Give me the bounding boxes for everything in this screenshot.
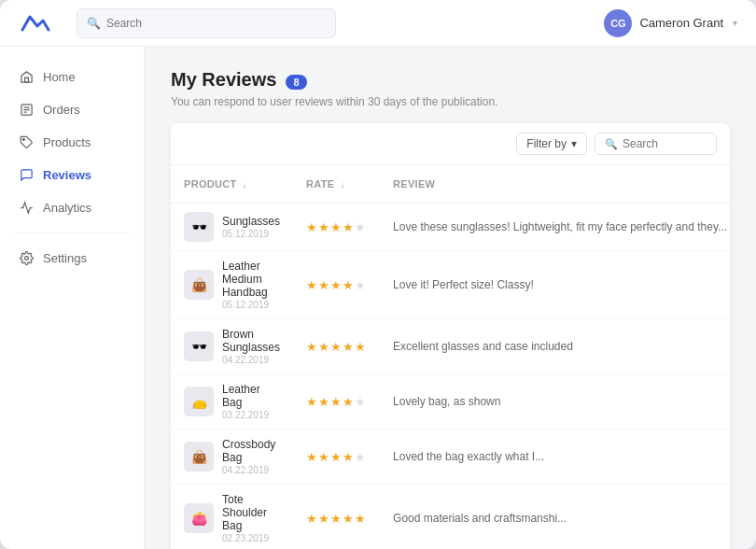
- star: ★: [318, 512, 330, 526]
- sidebar-item-home[interactable]: Home: [0, 62, 144, 92]
- tag-icon: [19, 135, 34, 149]
- logo: [19, 9, 52, 37]
- review-cell: Loved the bag exactly what I...: [380, 429, 730, 485]
- svg-point-6: [24, 257, 28, 260]
- product-thumbnail: 🕶️: [184, 212, 214, 242]
- star: ★: [318, 278, 330, 292]
- star: ★: [355, 450, 367, 464]
- filter-button[interactable]: Filter by ▾: [516, 133, 587, 155]
- star: ★: [306, 220, 318, 234]
- star: ★: [343, 395, 355, 409]
- sidebar-item-products[interactable]: Products: [0, 127, 144, 158]
- product-name: Crossbody Bag: [222, 438, 280, 464]
- star: ★: [318, 450, 330, 464]
- product-date: 05.12.2019: [222, 229, 280, 239]
- star: ★: [343, 450, 355, 464]
- search-icon: 🔍: [87, 17, 101, 30]
- table-row: 👜 Leather Medium Handbag 05.12.2019 ★★★★…: [171, 251, 730, 319]
- star: ★: [330, 450, 343, 464]
- star: ★: [306, 450, 318, 464]
- user-name: Cameron Grant: [639, 16, 723, 30]
- product-thumbnail: 👛: [184, 503, 214, 533]
- star: ★: [306, 278, 318, 292]
- rating-cell: ★★★★★: [293, 374, 380, 429]
- rating-cell: ★★★★★: [293, 319, 380, 374]
- review-cell: Excellent glasses and case included: [380, 319, 730, 374]
- star: ★: [306, 340, 318, 354]
- rating-cell: ★★★★★: [293, 485, 380, 550]
- review-text: Lovely bag, as shown: [393, 395, 500, 408]
- sidebar-label-orders: Orders: [43, 103, 80, 117]
- product-name: Leather Bag: [222, 383, 280, 409]
- star: ★: [330, 395, 343, 409]
- star: ★: [355, 395, 367, 409]
- review-text: Good materials and craftsmanshi...: [393, 512, 567, 525]
- svg-point-5: [22, 138, 24, 140]
- table-search-input[interactable]: [623, 137, 707, 150]
- sidebar-item-settings[interactable]: Settings: [0, 243, 144, 274]
- review-cell: Lovely bag, as shown: [380, 374, 730, 429]
- review-text: Love these sunglasses! Lightweight, fit …: [393, 220, 727, 233]
- product-cell: 👜 Crossbody Bag 04.22.2019: [171, 429, 293, 485]
- product-date: 04.22.2019: [222, 355, 280, 365]
- product-date: 04.22.2019: [222, 465, 280, 475]
- sort-icon: ↓: [341, 180, 345, 190]
- product-thumbnail: 👜: [184, 270, 214, 300]
- rating-cell: ★★★★★: [293, 251, 380, 319]
- col-review: REVIEW: [380, 165, 730, 204]
- star: ★: [318, 340, 330, 354]
- chevron-down-icon: ▾: [571, 137, 577, 150]
- page-title: My Reviews: [171, 69, 276, 91]
- star-rating: ★★★★★: [306, 512, 367, 526]
- review-text: Love it! Perfect size! Classy!: [393, 278, 534, 291]
- star: ★: [318, 395, 330, 409]
- product-date: 05.12.2019: [222, 300, 280, 310]
- star: ★: [343, 278, 355, 292]
- main-content: My Reviews 8 You can respond to user rev…: [145, 47, 756, 549]
- sidebar-divider: [15, 232, 129, 233]
- star-rating: ★★★★★: [306, 278, 367, 292]
- search-bar[interactable]: 🔍: [77, 8, 336, 38]
- star: ★: [306, 512, 318, 526]
- rating-cell: ★★★★★: [293, 204, 380, 251]
- review-text: Excellent glasses and case included: [393, 340, 573, 353]
- product-thumbnail: 👜: [184, 442, 214, 472]
- star: ★: [355, 278, 367, 292]
- product-cell: 🕶️ Sunglasses 05.12.2019: [171, 204, 293, 251]
- product-thumbnail: 🕶️: [184, 331, 214, 361]
- sidebar-item-analytics[interactable]: Analytics: [0, 192, 144, 223]
- sidebar-item-reviews[interactable]: Reviews: [0, 160, 144, 190]
- product-name: Leather Medium Handbag: [222, 260, 280, 299]
- orders-icon: [19, 103, 34, 117]
- star-rating: ★★★★★: [306, 220, 367, 234]
- home-icon: [19, 70, 34, 84]
- sidebar-label-products: Products: [43, 135, 91, 149]
- star: ★: [343, 340, 355, 354]
- sidebar-label-analytics: Analytics: [43, 201, 91, 215]
- reviews-table-container: Filter by ▾ 🔍 PRODUCT ↓ RATE ↓ REVIEW: [171, 123, 730, 549]
- product-date: 03.22.2019: [222, 410, 280, 420]
- product-name: Sunglasses: [222, 215, 280, 228]
- chevron-down-icon: ▾: [733, 18, 737, 28]
- review-text: Loved the bag exactly what I...: [393, 450, 544, 463]
- product-date: 02.23.2019: [222, 533, 280, 543]
- star: ★: [306, 395, 318, 409]
- sidebar-label-settings: Settings: [43, 251, 87, 265]
- table-row: 🕶️ Sunglasses 05.12.2019 ★★★★★ Love thes…: [171, 204, 730, 251]
- search-input[interactable]: [106, 17, 326, 30]
- user-menu[interactable]: CG Cameron Grant ▾: [604, 9, 737, 37]
- filter-label: Filter by: [526, 137, 567, 150]
- product-cell: 👛 Tote Shoulder Bag 02.23.2019: [171, 485, 293, 550]
- col-rate: RATE ↓: [293, 165, 380, 204]
- reviews-table: PRODUCT ↓ RATE ↓ REVIEW CUSTOMER ↓ STATU…: [171, 165, 730, 549]
- page-header: My Reviews 8: [171, 69, 730, 91]
- star: ★: [355, 512, 367, 526]
- main-layout: Home Orders Products Reviews: [0, 47, 756, 549]
- star: ★: [330, 340, 343, 354]
- star: ★: [318, 220, 330, 234]
- star: ★: [330, 512, 343, 526]
- star-rating: ★★★★★: [306, 450, 367, 464]
- topbar: 🔍 CG Cameron Grant ▾: [0, 0, 756, 47]
- sidebar-item-orders[interactable]: Orders: [0, 94, 144, 125]
- table-search[interactable]: 🔍: [595, 133, 717, 155]
